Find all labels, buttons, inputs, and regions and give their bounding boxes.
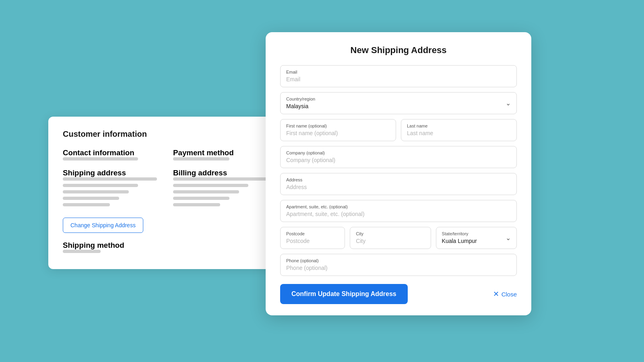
- country-region-dropdown-arrow: ⌄: [506, 99, 511, 107]
- state-territory-value: Kuala Lumpur: [442, 238, 477, 244]
- skeleton-line: [173, 177, 267, 181]
- postcode-placeholder: Postcode: [286, 238, 310, 244]
- skeleton-line: [173, 203, 220, 206]
- city-field[interactable]: City City: [350, 227, 431, 249]
- skeleton-line: [63, 184, 138, 187]
- payment-method-section: Payment method: [173, 148, 267, 160]
- confirm-update-button[interactable]: Confirm Update Shipping Address: [280, 284, 408, 304]
- postcode-label: Postcode: [286, 231, 339, 236]
- apartment-placeholder: Apartment, suite, etc. (optional): [286, 211, 365, 217]
- new-shipping-address-modal: New Shipping Address Email Email Country…: [266, 32, 531, 315]
- phone-field[interactable]: Phone (optional) Phone (optional): [280, 254, 517, 276]
- close-x-icon: ✕: [493, 290, 499, 298]
- company-group: Company (optional) Company (optional): [280, 146, 517, 168]
- bg-card-title: Customer information: [63, 130, 267, 139]
- company-label: Company (optional): [286, 150, 511, 155]
- last-name-field[interactable]: Last name Last name: [401, 119, 517, 141]
- state-territory-dropdown-arrow: ⌄: [506, 234, 511, 242]
- skeleton-line: [173, 157, 229, 160]
- contact-information-label: Contact information: [63, 148, 157, 157]
- country-region-field[interactable]: Country/region Malaysia ⌄: [280, 92, 517, 114]
- left-column: Contact information Shipping address Cha…: [63, 148, 157, 256]
- billing-address-label: Billing address: [173, 169, 267, 177]
- skeleton-line: [63, 203, 110, 206]
- company-field[interactable]: Company (optional) Company (optional): [280, 146, 517, 168]
- apartment-label: Apartment, suite, etc. (optional): [286, 204, 511, 209]
- last-name-group: Last name Last name: [401, 119, 517, 141]
- address-field[interactable]: Address Address: [280, 173, 517, 195]
- skeleton-line: [173, 197, 229, 200]
- shipping-address-label: Shipping address: [63, 169, 157, 177]
- apartment-group: Apartment, suite, etc. (optional) Apartm…: [280, 200, 517, 222]
- email-label: Email: [286, 70, 511, 74]
- billing-address-section: Billing address: [173, 169, 267, 206]
- phone-placeholder: Phone (optional): [286, 265, 328, 271]
- first-name-group: First name (optional) First name (option…: [280, 119, 396, 141]
- contact-information-section: Contact information: [63, 148, 157, 160]
- apartment-field[interactable]: Apartment, suite, etc. (optional) Apartm…: [280, 200, 517, 222]
- first-name-placeholder: First name (optional): [286, 130, 338, 136]
- modal-footer: Confirm Update Shipping Address ✕ Close: [280, 284, 517, 304]
- country-region-value: Malaysia: [286, 103, 308, 109]
- skeleton-line: [63, 250, 101, 253]
- skeleton-line: [173, 184, 248, 187]
- change-shipping-address-button[interactable]: Change Shipping Address: [63, 218, 143, 233]
- city-label: City: [356, 231, 425, 236]
- phone-label: Phone (optional): [286, 258, 511, 263]
- company-placeholder: Company (optional): [286, 157, 335, 163]
- shipping-method-label: Shipping method: [63, 241, 157, 250]
- skeleton-line: [63, 157, 138, 160]
- skeleton-line: [63, 197, 119, 200]
- first-name-label: First name (optional): [286, 123, 390, 128]
- postcode-group: Postcode Postcode: [280, 227, 345, 249]
- customer-information-card: Customer information Contact information…: [48, 117, 282, 269]
- state-territory-content: State/territory Kuala Lumpur: [442, 231, 477, 245]
- city-group: City City: [350, 227, 431, 249]
- last-name-placeholder: Last name: [407, 130, 433, 136]
- country-region-label: Country/region: [286, 97, 315, 101]
- shipping-address-section: Shipping address Change Shipping Address: [63, 169, 157, 233]
- postcode-field[interactable]: Postcode Postcode: [280, 227, 345, 249]
- close-group[interactable]: ✕ Close: [493, 290, 517, 298]
- address-placeholder: Address: [286, 184, 307, 190]
- postcode-city-state-row: Postcode Postcode City City State/territ…: [280, 227, 517, 249]
- address-group: Address Address: [280, 173, 517, 195]
- phone-group: Phone (optional) Phone (optional): [280, 254, 517, 276]
- skeleton-line: [173, 190, 239, 193]
- last-name-label: Last name: [407, 123, 511, 128]
- email-field-group: Email Email: [280, 65, 517, 87]
- skeleton-line: [63, 177, 157, 181]
- state-territory-group: State/territory Kuala Lumpur ⌄: [436, 227, 517, 249]
- city-placeholder: City: [356, 238, 365, 244]
- state-territory-field[interactable]: State/territory Kuala Lumpur ⌄: [436, 227, 517, 249]
- payment-method-label: Payment method: [173, 148, 267, 157]
- country-region-content: Country/region Malaysia: [286, 97, 315, 110]
- skeleton-line: [63, 190, 129, 193]
- shipping-method-section: Shipping method: [63, 241, 157, 253]
- close-label: Close: [502, 291, 517, 298]
- modal-title: New Shipping Address: [280, 45, 517, 56]
- email-field-wrapper[interactable]: Email Email: [280, 65, 517, 87]
- address-label: Address: [286, 177, 511, 182]
- country-region-group: Country/region Malaysia ⌄: [280, 92, 517, 114]
- state-territory-label: State/territory: [442, 231, 477, 236]
- right-column: Payment method Billing address: [173, 148, 267, 256]
- first-name-field[interactable]: First name (optional) First name (option…: [280, 119, 396, 141]
- bg-card-grid: Contact information Shipping address Cha…: [63, 148, 267, 256]
- name-row: First name (optional) First name (option…: [280, 119, 517, 141]
- email-placeholder: Email: [286, 76, 300, 82]
